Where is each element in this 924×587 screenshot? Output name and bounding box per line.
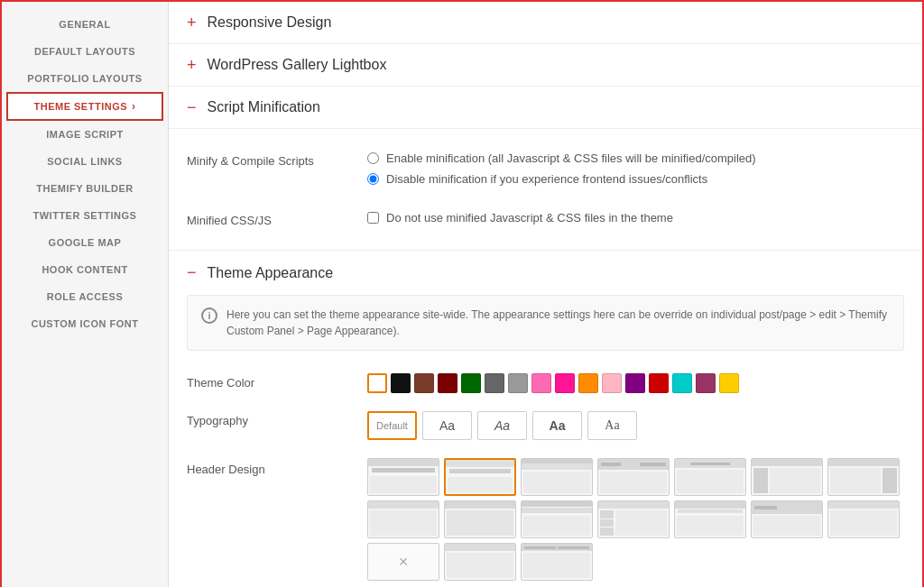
sidebar-item-theme-settings[interactable]: THEME SETTINGS› (6, 92, 163, 121)
sidebar-item-role-access[interactable]: ROLE ACCESS (2, 283, 168, 310)
sidebar-item-label: GOOGLE MAP (49, 237, 122, 248)
color-swatch-red[interactable] (649, 373, 669, 393)
app-container: GENERALDEFAULT LAYOUTSPORTFOLIO LAYOUTST… (0, 0, 924, 587)
no-minified-option: Do not use minified Javascript & CSS fil… (367, 211, 904, 225)
color-swatch-black[interactable] (391, 373, 411, 393)
sidebar-item-general[interactable]: GENERAL (2, 11, 168, 38)
header-thumb-6[interactable] (751, 458, 823, 496)
color-swatch-mauve[interactable] (696, 373, 716, 393)
header-thumb-8[interactable] (367, 500, 439, 538)
color-swatch-darkred[interactable] (438, 373, 457, 393)
sidebar-item-label: HOOK CONTENT (42, 264, 127, 275)
sidebar-item-portfolio-layouts[interactable]: PORTFOLIO LAYOUTS (2, 65, 168, 92)
script-minification-title: Script Minification (208, 99, 320, 115)
color-swatch-hotpink[interactable] (555, 373, 575, 393)
disable-minification-radio[interactable] (367, 173, 379, 185)
color-swatch-pink[interactable] (531, 373, 551, 393)
typography-row: Typography Default Aa Aa Aa Aa (187, 402, 904, 449)
header-design-checks: Disable Sticky Header. Exclude Site Logo (367, 581, 904, 587)
gallery-lightbox-title: WordPress Gallery Lightbox (208, 57, 387, 73)
color-swatch-yellow[interactable] (719, 373, 739, 393)
script-minification-content: Minify & Compile Scripts Enable minifica… (169, 129, 922, 251)
sidebar-item-default-layouts[interactable]: DEFAULT LAYOUTS (2, 38, 168, 65)
sidebar-item-arrow: › (132, 100, 136, 113)
header-thumb-2[interactable] (444, 458, 516, 496)
color-swatch-orange[interactable] (578, 373, 598, 393)
header-thumb-14[interactable] (827, 500, 900, 538)
info-icon: i (201, 307, 217, 324)
header-thumb-9[interactable] (444, 500, 516, 538)
header-thumb-10[interactable] (521, 500, 593, 538)
no-minified-label: Do not use minified Javascript & CSS fil… (386, 211, 673, 225)
sidebar-item-label: DEFAULT LAYOUTS (34, 46, 135, 57)
color-swatch-darkgray[interactable] (485, 373, 504, 393)
header-design-thumbs: × (367, 458, 904, 581)
header-thumb-11[interactable] (597, 500, 670, 538)
sidebar-item-label: THEME SETTINGS (33, 101, 127, 112)
header-thumb-17[interactable] (521, 543, 593, 581)
color-swatch-default[interactable] (367, 373, 387, 393)
theme-appearance-section: − Theme Appearance i Here you can set th… (169, 251, 922, 587)
sidebar: GENERALDEFAULT LAYOUTSPORTFOLIO LAYOUTST… (2, 2, 169, 587)
theme-color-options (367, 373, 904, 393)
sidebar-item-custom-icon-font[interactable]: CUSTOM ICON FONT (2, 310, 168, 337)
disable-minification-label: Disable minification if you experience f… (386, 172, 707, 186)
typography-label: Typography (187, 411, 367, 427)
theme-color-row: Theme Color (187, 364, 904, 402)
sidebar-item-label: THEMIFY BUILDER (36, 183, 134, 194)
color-swatch-lightpink[interactable] (602, 373, 622, 393)
header-thumb-3[interactable] (521, 458, 593, 496)
info-text: Here you can set the theme appearance si… (226, 307, 890, 339)
sidebar-item-hook-content[interactable]: HOOK CONTENT (2, 256, 168, 283)
header-thumb-1[interactable] (367, 458, 439, 496)
responsive-design-title: Responsive Design (208, 14, 332, 31)
color-swatch-gray[interactable] (508, 373, 528, 393)
color-swatch-brown[interactable] (414, 373, 434, 393)
enable-minification-radio[interactable] (367, 152, 379, 164)
gallery-lightbox-toggle[interactable]: + (187, 57, 197, 73)
sidebar-item-social-links[interactable]: SOCIAL LINKS (2, 148, 168, 175)
typography-option-3[interactable]: Aa (532, 411, 582, 440)
sidebar-item-twitter-settings[interactable]: TWITTER SETTINGS (2, 202, 168, 229)
theme-appearance-title: Theme Appearance (208, 265, 334, 281)
header-thumb-disabled[interactable]: × (367, 543, 439, 581)
sidebar-item-image-script[interactable]: IMAGE SCRIPT (2, 121, 168, 148)
header-thumb-13[interactable] (751, 500, 823, 538)
header-thumb-16[interactable] (444, 543, 516, 581)
minify-compile-options: Enable minification (all Javascript & CS… (367, 151, 904, 193)
header-design-options: × (367, 458, 904, 587)
typography-default[interactable]: Default (367, 411, 417, 440)
theme-appearance-toggle[interactable]: − (187, 263, 197, 282)
color-swatch-purple[interactable] (625, 373, 645, 393)
typography-option-1[interactable]: Aa (422, 411, 472, 440)
theme-appearance-title-row[interactable]: − Theme Appearance (187, 251, 904, 295)
color-swatch-green[interactable] (461, 373, 481, 393)
minified-cssjs-row: Minified CSS/JS Do not use minified Java… (187, 202, 904, 236)
color-swatches (367, 373, 904, 393)
minified-cssjs-label: Minified CSS/JS (187, 211, 367, 227)
sidebar-item-label: TWITTER SETTINGS (33, 210, 137, 221)
typography-option-4[interactable]: Aa (587, 411, 637, 440)
sidebar-item-themify-builder[interactable]: THEMIFY BUILDER (2, 175, 168, 202)
no-minified-checkbox[interactable] (367, 212, 379, 224)
typography-option-2[interactable]: Aa (477, 411, 527, 440)
sidebar-item-google-map[interactable]: GOOGLE MAP (2, 229, 168, 256)
header-thumb-4[interactable] (597, 458, 670, 496)
minify-compile-row: Minify & Compile Scripts Enable minifica… (187, 142, 904, 202)
header-thumb-7[interactable] (827, 458, 900, 496)
sidebar-item-label: GENERAL (59, 19, 110, 30)
script-minification-row[interactable]: − Script Minification (169, 87, 922, 129)
header-design-label: Header Design (187, 458, 367, 476)
typography-options: Default Aa Aa Aa Aa (367, 411, 904, 440)
theme-color-label: Theme Color (187, 373, 367, 390)
gallery-lightbox-row[interactable]: + WordPress Gallery Lightbox (169, 44, 922, 87)
sidebar-item-label: PORTFOLIO LAYOUTS (27, 73, 142, 84)
sidebar-item-label: IMAGE SCRIPT (46, 129, 123, 140)
color-swatch-cyan[interactable] (672, 373, 692, 393)
sidebar-item-label: SOCIAL LINKS (47, 156, 122, 167)
header-thumb-12[interactable] (674, 500, 746, 538)
responsive-design-row[interactable]: + Responsive Design (169, 2, 922, 44)
script-minification-toggle[interactable]: − (187, 99, 197, 115)
header-thumb-5[interactable] (674, 458, 746, 496)
responsive-design-toggle[interactable]: + (187, 14, 197, 31)
